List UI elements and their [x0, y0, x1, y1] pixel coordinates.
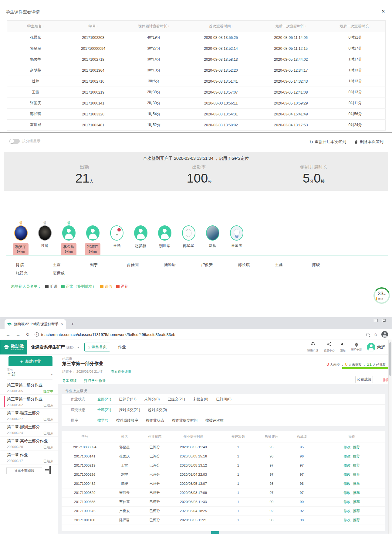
delete-signin-button[interactable]: 删除本次签到: [354, 139, 384, 145]
sort-option[interactable]: 按作业提交时间: [172, 418, 198, 423]
recommend-link[interactable]: 推荐: [353, 464, 360, 467]
scrollbar-thumb[interactable]: [389, 342, 391, 376]
tab-homework[interactable]: 作业: [118, 344, 126, 350]
new-tab-button[interactable]: +: [69, 320, 76, 328]
filter-option[interactable]: 全部(21): [97, 397, 111, 402]
publish-scores-button[interactable]: 公布成绩: [355, 376, 373, 383]
url-input[interactable]: teachermate.com.cn/classes/1131975/homew…: [41, 332, 366, 337]
attendee[interactable]: ♛ 李金辉 9+km: [57, 221, 81, 255]
column-header[interactable]: 最后一次查看时长: [325, 21, 386, 32]
package-homework-link[interactable]: 打包学生作业: [84, 378, 106, 383]
attendee-name: 曹佳亮: [125, 262, 162, 271]
column-header[interactable]: 学生姓名: [7, 21, 64, 32]
homework-list-item[interactable]: 第二章-高岭土部分作业 2020/02/20 已结束: [0, 436, 58, 450]
attendee[interactable]: ♛ 过帅: [33, 221, 57, 255]
filter-option[interactable]: 未评分(0): [144, 397, 160, 402]
reload-icon[interactable]: ↻: [26, 332, 30, 337]
export-scores-link[interactable]: 导出成绩: [62, 378, 77, 383]
homework-list-item[interactable]: 第二章-膨润土部分 2020/02/24 已结束: [0, 423, 58, 436]
site-info-icon[interactable]: i: [35, 332, 39, 337]
attendee[interactable]: ♛ 别世珍: [153, 221, 177, 255]
attendee[interactable]: ♛ 赵梦赫: [129, 221, 153, 255]
toolbar-item[interactable]: 用户手册: [351, 341, 362, 353]
table-row: 20171000219 王雷 已评分 2020/03/05 13:12 1 97…: [62, 461, 385, 470]
filter-option[interactable]: 已评分(21): [119, 397, 136, 402]
attendee[interactable]: ♛ 宋沛垚 9+km: [81, 221, 105, 255]
modify-link[interactable]: 修改: [343, 518, 350, 522]
toolbar-item[interactable]: 资源中心: [324, 341, 335, 353]
sort-option[interactable]: 按学号: [97, 418, 108, 423]
avatar: [110, 225, 123, 241]
forward-icon[interactable]: →: [16, 332, 20, 337]
attendee[interactable]: ♛ 张国庆: [225, 221, 248, 255]
sort-option[interactable]: 按总成绩顺序: [116, 418, 138, 423]
attendee[interactable]: ♛ 张涵: [105, 221, 129, 255]
recommend-link[interactable]: 推荐: [353, 518, 360, 522]
recommend-link[interactable]: 推荐: [353, 500, 360, 504]
group-display-toggle[interactable]: [9, 139, 20, 144]
bookmark-star-icon[interactable]: ☆: [374, 332, 378, 337]
modify-link[interactable]: 修改: [343, 445, 350, 449]
recommend-link[interactable]: 推荐: [353, 454, 360, 458]
delete-homework-link[interactable]: 删除: [383, 378, 388, 383]
modify-link[interactable]: 修改: [343, 473, 350, 476]
tab-close-icon[interactable]: ×: [61, 322, 63, 327]
column-header[interactable]: 课件累计查看时长: [123, 21, 185, 32]
modify-link[interactable]: 修改: [343, 491, 350, 495]
restore-button[interactable]: [382, 319, 386, 322]
filter-option[interactable]: 已提交(21): [167, 397, 185, 402]
course-selector[interactable]: 含煤岩系伴生矿产 [课程-... ▾: [31, 344, 79, 350]
homework-list-item[interactable]: 第二章-硅藻土部分 2020/02/27 已结束: [0, 409, 58, 423]
close-icon[interactable]: ×: [381, 8, 385, 14]
filter-option[interactable]: 超时提交(0): [148, 407, 167, 412]
floating-widget[interactable]: [211, 531, 219, 534]
chapter-dropdown[interactable]: 全部 ▾: [7, 372, 52, 379]
user-menu[interactable]: 荣辉: [367, 343, 385, 351]
recommend-link[interactable]: 推荐: [353, 509, 360, 513]
attendee[interactable]: ♛ 杨昊宇 9+km: [9, 221, 33, 255]
new-homework-button[interactable]: + 新建作业: [8, 356, 52, 366]
student-name: 刘宁: [108, 470, 141, 479]
filter-option[interactable]: 未提交(0): [193, 397, 208, 402]
recommend-link[interactable]: 推荐: [353, 473, 360, 476]
recommend-link[interactable]: 推荐: [353, 445, 360, 449]
view-homework-detail-link[interactable]: 查看作业详情: [111, 369, 131, 374]
column-header[interactable]: 首次查看时间: [185, 21, 257, 32]
toolbar-item[interactable]: 班级广场: [307, 341, 318, 353]
back-icon[interactable]: ←: [6, 332, 10, 337]
modify-link[interactable]: 修改: [343, 464, 350, 467]
attendee[interactable]: ♛ 郭星星: [177, 221, 201, 255]
filter-option[interactable]: 按时提交(21): [119, 407, 140, 412]
column-header[interactable]: 学号: [64, 21, 123, 32]
homework-list-item[interactable]: 第一章 作业 2020/02/17 已结束: [0, 450, 58, 464]
recommend-link[interactable]: 推荐: [353, 482, 360, 485]
filter-option[interactable]: 已打回(0): [216, 397, 231, 402]
homework-list-item[interactable]: 第三章第二部分作业 2020/03/05 提交中: [0, 381, 58, 395]
recommend-link[interactable]: 推荐: [353, 491, 360, 495]
menu-icon[interactable]: [45, 469, 49, 472]
browser-tab[interactable]: 微助教V2.1:精彩课堂好帮手 ×: [5, 319, 66, 329]
page-scrollbar[interactable]: [388, 340, 392, 534]
zoom-icon[interactable]: [366, 333, 370, 336]
teacher-score: 90: [258, 497, 285, 506]
restart-signin-button[interactable]: ↻ 重新开启本次签到: [309, 139, 346, 145]
sort-option[interactable]: 按作业状态: [146, 418, 164, 423]
total-view-duration: 4时19分: [123, 32, 185, 43]
browser-profile-avatar[interactable]: [381, 331, 388, 338]
filter-option[interactable]: 全部(21): [97, 407, 111, 412]
minimize-button[interactable]: [374, 319, 378, 322]
app-logo[interactable]: 微助教 精彩课堂好帮手: [0, 340, 27, 354]
tab-class-home[interactable]: ⌂ 课堂首页: [84, 343, 110, 351]
attendee[interactable]: ♛ 马辉: [201, 221, 225, 255]
sort-option[interactable]: 按被评次数: [205, 418, 224, 423]
table-row: 20171001100 陆泽语 已评分 2020/03/05 11:21 1 9…: [62, 515, 385, 525]
column-header[interactable]: 最后一次查看时间: [257, 21, 325, 32]
sidebar-scrollbar-thumb[interactable]: [49, 466, 51, 474]
modify-link[interactable]: 修改: [343, 482, 350, 485]
modify-link[interactable]: 修改: [343, 500, 350, 504]
toolbar-item[interactable]: 通知: [340, 341, 346, 353]
modify-link[interactable]: 修改: [343, 454, 350, 458]
export-all-scores-button[interactable]: 导出全部成绩: [6, 467, 42, 474]
homework-list-item[interactable]: 第三章第一部分作业 2020/03/02 已结束: [0, 395, 58, 409]
modify-link[interactable]: 修改: [343, 509, 350, 513]
